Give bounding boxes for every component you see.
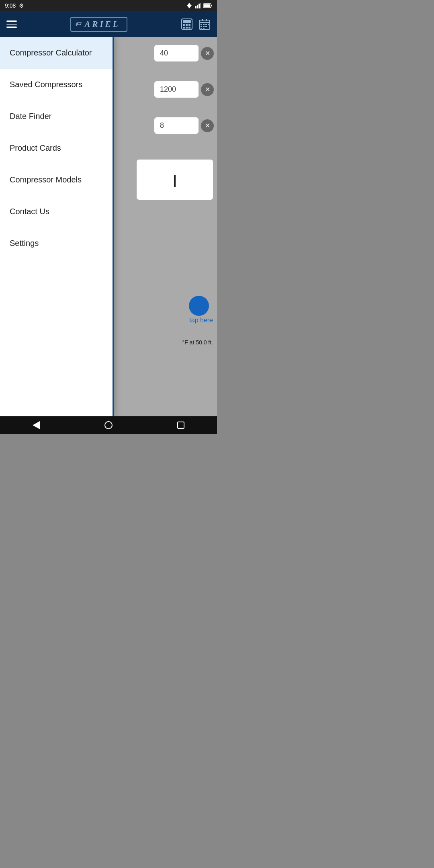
svg-rect-8 <box>204 4 210 7</box>
input-field-1[interactable]: 40 <box>154 45 199 61</box>
calendar-icon[interactable] <box>199 18 211 30</box>
tap-here-link[interactable]: tap here <box>189 317 213 323</box>
input-field-2[interactable]: 1200 <box>154 81 199 98</box>
drawer-item-product-cards[interactable]: Product Cards <box>0 132 113 164</box>
drawer-separator <box>113 37 114 416</box>
side-drawer: Compressor Calculator Saved Compressors … <box>0 37 113 416</box>
hamburger-line-1 <box>6 20 17 22</box>
hamburger-line-2 <box>6 24 17 25</box>
drawer-item-settings[interactable]: Settings <box>0 227 113 259</box>
clear-btn-3[interactable]: ✕ <box>201 119 214 132</box>
drawer-item-label: Compressor Models <box>10 175 82 184</box>
logo-text: ARIEL <box>84 19 120 29</box>
navigation-bar <box>0 416 217 434</box>
app-bar: ARIEL <box>0 11 217 37</box>
svg-rect-27 <box>203 26 205 27</box>
svg-rect-28 <box>205 26 207 27</box>
svg-rect-15 <box>183 27 185 29</box>
home-circle-icon <box>104 421 113 429</box>
drawer-item-label: Product Cards <box>10 143 61 152</box>
svg-rect-20 <box>202 19 203 21</box>
svg-rect-12 <box>183 24 185 26</box>
text-input-area[interactable]: | <box>137 160 213 200</box>
svg-rect-16 <box>186 27 188 29</box>
recents-button[interactable] <box>172 416 190 434</box>
svg-rect-9 <box>211 5 212 6</box>
calculator-icon[interactable] <box>181 18 193 30</box>
drawer-item-label: Settings <box>10 239 39 248</box>
svg-rect-3 <box>195 6 197 8</box>
svg-rect-22 <box>201 24 202 25</box>
wifi-icon <box>186 3 193 8</box>
recents-square-icon <box>177 422 184 429</box>
svg-rect-14 <box>188 24 190 26</box>
app-logo: ARIEL <box>70 17 127 32</box>
svg-rect-13 <box>186 24 188 26</box>
svg-rect-21 <box>206 19 207 21</box>
drawer-item-saved-compressors[interactable]: Saved Compressors <box>0 69 113 100</box>
tap-here-container: tap here <box>189 317 213 324</box>
svg-rect-26 <box>201 26 202 27</box>
drawer-item-date-finder[interactable]: Date Finder <box>0 100 113 132</box>
status-bar: 9:08 ⚙ <box>0 0 217 11</box>
drawer-item-label: Date Finder <box>10 112 52 121</box>
drawer-item-label: Contact Us <box>10 207 49 216</box>
drawer-item-compressor-calculator[interactable]: Compressor Calculator <box>0 37 113 69</box>
back-triangle-icon <box>33 421 40 429</box>
clear-btn-2[interactable]: ✕ <box>201 83 214 96</box>
temp-display: °F at 50.0 ft. <box>182 339 213 346</box>
drawer-item-label: Saved Compressors <box>10 80 82 89</box>
svg-rect-17 <box>188 27 190 29</box>
drawer-item-contact-us[interactable]: Contact Us <box>0 196 113 227</box>
battery-icon <box>203 3 212 8</box>
svg-rect-23 <box>203 24 205 25</box>
signal-icon <box>195 3 201 8</box>
svg-rect-4 <box>197 5 198 8</box>
status-right <box>186 3 212 8</box>
app-bar-icons <box>181 18 211 30</box>
time-display: 9:08 <box>5 2 16 9</box>
text-input-content: | <box>173 172 177 187</box>
svg-rect-24 <box>205 24 207 25</box>
input-row-2: 1200 ✕ <box>154 81 217 98</box>
svg-rect-30 <box>203 28 205 29</box>
back-button[interactable] <box>27 416 45 434</box>
home-button[interactable] <box>100 416 117 434</box>
input-field-3[interactable]: 8 <box>154 117 199 134</box>
svg-rect-29 <box>201 28 202 29</box>
drawer-item-label: Compressor Calculator <box>10 48 92 57</box>
gear-icon: ⚙ <box>19 2 24 9</box>
svg-rect-5 <box>199 4 200 8</box>
temp-text: °F at 50.0 ft. <box>182 339 213 346</box>
hamburger-line-3 <box>6 27 17 28</box>
svg-rect-6 <box>200 3 201 8</box>
drawer-item-compressor-models[interactable]: Compressor Models <box>0 164 113 196</box>
svg-rect-25 <box>208 24 209 25</box>
clear-btn-1[interactable]: ✕ <box>201 47 214 60</box>
hamburger-menu[interactable] <box>6 20 17 28</box>
input-row-1: 40 ✕ <box>154 45 217 61</box>
fab-button[interactable] <box>189 296 209 316</box>
input-row-3: 8 ✕ <box>154 117 217 134</box>
status-left: 9:08 ⚙ <box>5 2 24 9</box>
svg-rect-11 <box>183 20 191 23</box>
